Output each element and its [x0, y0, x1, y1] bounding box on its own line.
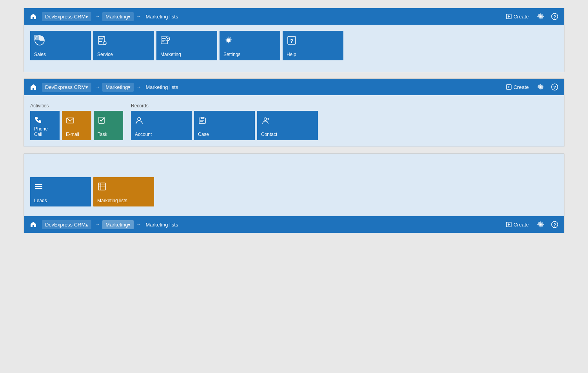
panel-3: Leads Marketing lists: [24, 153, 564, 233]
tile-case-label: Case: [198, 132, 209, 137]
tile-account[interactable]: Account: [131, 111, 192, 140]
settings-button-1[interactable]: [534, 10, 547, 23]
tile-leads[interactable]: Leads: [30, 177, 91, 206]
content-area-3: Leads Marketing lists: [24, 154, 564, 216]
navbar-3: DevExpress CRM ▴ → Marketing ▾ → Marketi…: [24, 216, 564, 233]
settings-button-2[interactable]: [534, 81, 547, 93]
arrow1-3: →: [95, 222, 100, 227]
panel-1: DevExpress CRM ▾ → Marketing ▾ → Marketi…: [24, 8, 564, 72]
tile-phone-call-label: Phone Call: [34, 126, 56, 137]
home-button-1[interactable]: [27, 10, 40, 23]
tile-task[interactable]: Task: [94, 111, 123, 140]
brand-button-1[interactable]: DevExpress CRM ▾: [42, 12, 91, 21]
navbar-2: DevExpress CRM ▾ → Marketing ▾ → Marketi…: [24, 79, 564, 95]
tile-marketing-lists[interactable]: Marketing lists: [93, 177, 154, 206]
tile-email[interactable]: E-mail: [62, 111, 91, 140]
page-label-3: Marketing lists: [145, 222, 178, 228]
svg-rect-38: [98, 183, 105, 190]
tile-contact[interactable]: Contact: [257, 111, 318, 140]
section-button-2[interactable]: Marketing ▾: [102, 83, 134, 92]
account-icon: [135, 115, 143, 125]
panel-2: DevExpress CRM ▾ → Marketing ▾ → Marketi…: [24, 78, 564, 147]
svg-text:?: ?: [554, 14, 556, 19]
records-label: Records: [131, 103, 318, 109]
help-icon: ?: [287, 35, 297, 45]
navbar-right-2: Create ?: [502, 81, 561, 93]
svg-rect-12: [99, 41, 102, 42]
brand-button-2[interactable]: DevExpress CRM ▾: [42, 83, 91, 92]
navbar-1: DevExpress CRM ▾ → Marketing ▾ → Marketi…: [24, 8, 564, 25]
tiles-row-3: Leads Marketing lists: [30, 177, 558, 206]
svg-rect-10: [99, 38, 103, 39]
service-icon: ↺: [97, 35, 107, 45]
svg-text:↺: ↺: [103, 42, 106, 45]
section-button-1[interactable]: Marketing ▾: [102, 12, 134, 21]
arrow2-3: →: [136, 222, 141, 227]
help-button-2[interactable]: ?: [548, 81, 561, 93]
home-button-3[interactable]: [27, 218, 40, 231]
svg-rect-18: [162, 42, 164, 42]
tile-settings[interactable]: Settings: [220, 31, 280, 60]
tile-email-label: E-mail: [66, 132, 79, 137]
activities-records-row: Activities Phone Call: [30, 101, 558, 140]
phone-call-icon: [34, 115, 43, 125]
create-button-3[interactable]: Create: [502, 220, 533, 229]
arrow1-1: →: [95, 14, 100, 19]
svg-text:?: ?: [554, 223, 556, 227]
brand-caret-1: ▾: [85, 14, 88, 20]
tile-service-label: Service: [97, 52, 113, 57]
tile-account-label: Account: [135, 132, 152, 137]
tile-help-label: Help: [287, 52, 296, 57]
tile-contact-label: Contact: [261, 132, 277, 137]
svg-point-36: [264, 118, 267, 121]
settings-button-3[interactable]: [534, 218, 547, 231]
activities-tiles: Phone Call E-mail: [30, 111, 123, 140]
brand-caret-2: ▾: [85, 84, 88, 90]
leads-icon: [34, 181, 44, 191]
svg-rect-11: [99, 40, 103, 40]
section-caret-2: ▾: [128, 84, 131, 90]
tile-case[interactable]: Case: [194, 111, 255, 140]
svg-text:?: ?: [554, 85, 556, 90]
home-button-2[interactable]: [27, 81, 40, 93]
tile-phone-call[interactable]: Phone Call: [30, 111, 60, 140]
arrow2-2: →: [136, 84, 141, 90]
activities-label: Activities: [30, 103, 123, 109]
brand-caret-3: ▴: [85, 222, 88, 228]
tile-help[interactable]: ? Help: [283, 31, 343, 60]
arrow2-1: →: [136, 14, 141, 19]
brand-button-3[interactable]: DevExpress CRM ▴: [42, 220, 91, 229]
create-button-1[interactable]: Create: [502, 12, 533, 21]
tile-service[interactable]: ↺ Service: [93, 31, 154, 60]
tile-marketing[interactable]: Marketing: [156, 31, 217, 60]
tile-sales-label: Sales: [34, 52, 46, 57]
tile-task-label: Task: [98, 132, 107, 137]
tile-sales[interactable]: Sales: [30, 31, 91, 60]
page-label-1: Marketing lists: [145, 14, 178, 20]
svg-text:?: ?: [290, 38, 293, 44]
help-button-1[interactable]: ?: [548, 10, 561, 23]
records-col: Records Account: [131, 101, 318, 140]
tile-settings-label: Settings: [223, 52, 240, 57]
task-icon: [98, 115, 106, 125]
section-caret-1: ▾: [128, 14, 131, 20]
marketing-lists-icon: [97, 181, 107, 191]
svg-rect-16: [162, 38, 165, 39]
svg-point-31: [138, 118, 141, 121]
content-area-2: Activities Phone Call: [24, 95, 564, 147]
case-icon: [198, 115, 207, 125]
svg-rect-17: [162, 40, 165, 41]
contact-icon: [261, 115, 270, 125]
content-area-1: Sales ↺ Ser: [24, 25, 564, 72]
marketing-icon: [160, 35, 171, 45]
records-tiles: Account Case: [131, 111, 318, 140]
tile-marketing-label: Marketing: [160, 52, 181, 57]
section-button-3[interactable]: Marketing ▾: [102, 220, 134, 229]
navbar-right-3: Create ?: [502, 218, 561, 231]
sales-icon: [34, 35, 45, 46]
email-icon: [66, 115, 74, 125]
section-caret-3: ▾: [128, 222, 131, 228]
page-label-2: Marketing lists: [145, 84, 178, 90]
help-button-3[interactable]: ?: [548, 218, 561, 231]
create-button-2[interactable]: Create: [502, 82, 533, 92]
